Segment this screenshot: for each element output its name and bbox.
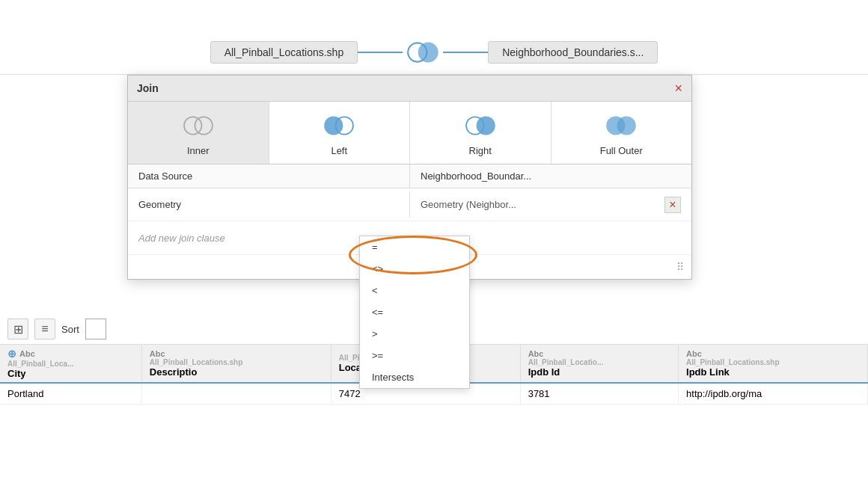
tab-inner-label: Inner <box>187 145 210 156</box>
full-outer-join-icon <box>601 112 641 139</box>
globe-icon: ⊕ <box>7 348 16 360</box>
join-connector <box>358 39 488 66</box>
sort-checkbox[interactable] <box>85 319 106 339</box>
col-header-right: Neighborhood_Boundar... <box>410 165 691 188</box>
tab-inner[interactable]: Inner <box>128 102 269 164</box>
modal-title-bar: Join × <box>128 76 691 102</box>
svg-point-1 <box>419 43 438 61</box>
svg-point-3 <box>184 117 201 134</box>
operator-not-equals[interactable]: <> <box>360 258 469 280</box>
list-view-button[interactable]: ≡ <box>34 319 55 339</box>
operator-less-equal[interactable]: <= <box>360 301 469 323</box>
join-columns-header: Data Source Neighborhood_Boundar... <box>128 165 691 188</box>
inner-join-icon <box>178 112 218 139</box>
clause-delete-button[interactable]: × <box>664 197 681 213</box>
operator-greater-equal[interactable]: >= <box>360 345 469 366</box>
join-type-venn-icon <box>403 39 443 66</box>
left-source-label: All_Pinball_Locations.shp <box>210 41 358 64</box>
join-line-left <box>358 52 403 53</box>
tab-right[interactable]: Right <box>410 102 551 164</box>
tab-full-outer[interactable]: Full Outer <box>551 102 692 164</box>
col-header-left: Data Source <box>128 165 410 188</box>
clause-left-field: Geometry <box>128 191 410 218</box>
operator-equals[interactable]: = <box>360 236 469 258</box>
left-join-icon <box>319 112 359 139</box>
tab-full-outer-label: Full Outer <box>600 145 643 156</box>
operator-greater-than[interactable]: > <box>360 323 469 345</box>
resize-handle-icon: ⠿ <box>676 261 684 273</box>
svg-point-4 <box>195 117 212 134</box>
cell-ipdb-id: 3781 <box>520 383 678 405</box>
join-clause-row: Geometry Geometry (Neighbor... × <box>128 188 691 221</box>
operator-dropdown: = <> < <= > >= Intersects <box>359 236 470 389</box>
clause-right-field: Geometry (Neighbor... <box>421 199 516 210</box>
sort-label: Sort <box>61 324 79 335</box>
join-line-right <box>443 52 488 53</box>
col-header-descriptio: Abc All_Pinball_Locations.shp Descriptio <box>141 345 331 383</box>
tab-left-label: Left <box>331 145 347 156</box>
operator-less-than[interactable]: < <box>360 280 469 301</box>
operator-intersects[interactable]: Intersects <box>360 366 469 388</box>
right-join-icon <box>460 112 501 139</box>
add-clause-label: Add new join clause <box>138 233 225 244</box>
col-header-city: ⊕ Abc All_Pinball_Loca... City <box>0 345 141 383</box>
right-source-label: Neighborhood_Boundaries.s... <box>488 41 658 64</box>
cell-ipdb-link: http://ipdb.org/ma <box>679 383 868 405</box>
clause-right-area: Geometry (Neighbor... × <box>410 189 691 221</box>
svg-point-10 <box>477 117 494 134</box>
col-header-ipdb-id: Abc All_Pinball_Locatio... Ipdb Id <box>520 345 678 383</box>
modal-title: Join <box>137 82 159 94</box>
tab-left[interactable]: Left <box>269 102 411 164</box>
cell-city: Portland <box>0 383 141 405</box>
grid-view-button[interactable]: ⊞ <box>7 319 28 339</box>
svg-point-7 <box>325 117 342 134</box>
join-header-bar: All_Pinball_Locations.shp Neighborhood_B… <box>0 30 868 75</box>
col-header-ipdb-link: Abc All_Pinball_Locations.shp Ipdb Link <box>679 345 868 383</box>
modal-close-button[interactable]: × <box>674 82 682 95</box>
tab-right-label: Right <box>469 145 492 156</box>
join-type-tabs: Inner Left Right Full Outer <box>128 102 691 165</box>
cell-descriptio <box>141 383 331 405</box>
svg-point-12 <box>618 117 635 134</box>
